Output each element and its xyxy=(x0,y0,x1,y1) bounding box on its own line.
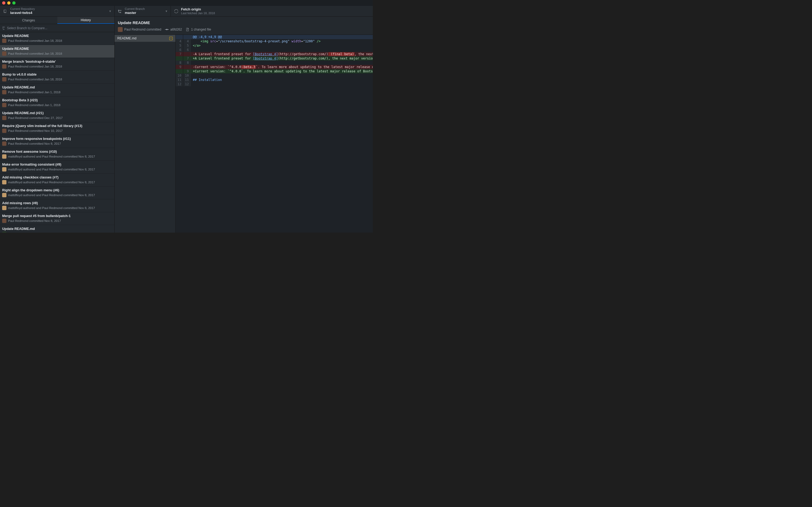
commit-subtitle: Paul Redmond committed Jan 18, 2018 xyxy=(2,77,112,81)
fetch-button[interactable]: Fetch origin Last fetched Jan 18, 2018 xyxy=(171,6,373,16)
avatar xyxy=(2,142,6,146)
commit-detail-title: Update README xyxy=(118,20,370,25)
commit-subtitle: Paul Redmond committed Jan 18, 2018 xyxy=(2,51,112,56)
commit-subtitle: Paul Redmond committed Jan 18, 2018 xyxy=(2,64,112,69)
commit-subtitle: mattdfloyd authored and Paul Redmond com… xyxy=(2,180,112,184)
commit-item[interactable]: Remove font awesome icons (#10)mattdfloy… xyxy=(0,148,114,161)
file-name: README.md xyxy=(117,37,136,40)
commit-item[interactable]: Improve form responsive breakpoints (#11… xyxy=(0,135,114,148)
commit-title: Right align the dropdown menu (#6) xyxy=(2,188,112,192)
commit-item[interactable]: Add missing rows (#8)mattdfloyd authored… xyxy=(0,200,114,212)
avatar xyxy=(2,77,6,81)
commit-subtitle: mattdfloyd authored and Paul Redmond com… xyxy=(2,193,112,197)
commit-subtitle: mattdfloyd authored and Paul Redmond com… xyxy=(2,206,112,210)
diff-line: 44 <img src="/screenshots/bootstrap-4-pr… xyxy=(176,39,373,43)
commit-subtitle: Paul Redmond committed Jan 1, 2018 xyxy=(2,90,112,94)
commit-item[interactable]: Right align the dropdown menu (#6)mattdf… xyxy=(0,186,114,200)
avatar xyxy=(2,154,6,159)
commit-title: Bootstrap Beta 3 (#23) xyxy=(2,98,112,102)
commit-title: Add missing rows (#8) xyxy=(2,201,112,205)
commit-subtitle: Paul Redmond committed Jan 18, 2018 xyxy=(2,39,112,43)
repo-value: laravel-twbs4 xyxy=(10,11,35,15)
tab-changes[interactable]: Changes xyxy=(0,17,57,24)
diff-line: 88 xyxy=(176,61,373,65)
commit-item[interactable]: Add missing checkbox classes (#7)mattdfl… xyxy=(0,174,114,186)
commit-subtitle: Paul Redmond committed Jan 1, 2018 xyxy=(2,103,112,107)
commit-item[interactable]: Require jQuery slim instead of the full … xyxy=(0,122,114,135)
commit-subtitle: Paul Redmond committed Nov 10, 2017 xyxy=(2,129,112,133)
commit-sha[interactable]: a6fd262 xyxy=(165,27,182,32)
avatar xyxy=(2,231,6,233)
diff-view[interactable]: @@ -4,9 +4,9 @@44 <img src="/screenshots… xyxy=(176,35,373,233)
commit-item[interactable]: Update README.mdPaul Redmond committed J… xyxy=(0,83,114,97)
diff-line: 1010 xyxy=(176,73,373,78)
diff-line: 66 xyxy=(176,48,373,52)
diff-line: 7-A Laravel frontend preset for [Bootstr… xyxy=(176,52,373,56)
commit-list[interactable]: Update READMEPaul Redmond committed Jan … xyxy=(0,32,114,233)
commit-title: Remove font awesome icons (#10) xyxy=(2,150,112,154)
commit-sha-text: a6fd262 xyxy=(170,27,182,32)
commit-title: Require jQuery slim instead of the full … xyxy=(2,124,112,128)
commit-author: Paul Redmond committed xyxy=(118,27,161,32)
commit-subtitle: Paul Redmond committed Nov 8, 2017 xyxy=(2,142,112,146)
diff-line: 55</a> xyxy=(176,43,373,48)
fetch-label: Fetch origin xyxy=(181,7,215,11)
commit-item[interactable]: Make error formatting consistent (#9)mat… xyxy=(0,161,114,174)
commit-title: Improve form responsive breakpoints (#11… xyxy=(2,137,112,141)
commit-title: Make error formatting consistent (#9) xyxy=(2,163,112,166)
commit-title: Update README.md xyxy=(2,227,112,231)
avatar xyxy=(2,39,6,43)
commit-subtitle: mattdfloyd authored and Paul Redmond com… xyxy=(2,154,112,159)
avatar xyxy=(2,180,6,184)
fetch-sub: Last fetched Jan 18, 2018 xyxy=(181,11,215,15)
sync-icon xyxy=(174,9,178,13)
close-window-icon[interactable] xyxy=(2,1,5,5)
avatar xyxy=(118,27,123,32)
diff-line: 7+A Laravel frontend preset for [Bootstr… xyxy=(176,56,373,61)
repo-dropdown[interactable]: Current Repository laravel-twbs4 ▾ xyxy=(0,6,115,16)
git-branch-icon xyxy=(2,26,5,30)
commit-item[interactable]: Update README.md (#21)Paul Redmond commi… xyxy=(0,109,114,122)
commit-item[interactable]: Update README.mdBrendan Bullen committed… xyxy=(0,225,114,233)
compare-branch-input[interactable]: Select Branch to Compare... xyxy=(0,24,114,32)
commit-subtitle: Paul Redmond committed Nov 8, 2017 xyxy=(2,219,112,223)
commit-item[interactable]: Update READMEPaul Redmond committed Jan … xyxy=(0,45,114,58)
avatar xyxy=(2,219,6,223)
avatar xyxy=(2,206,6,210)
commit-title: Update README.md xyxy=(2,86,112,89)
commit-item[interactable]: Merge pull request #5 from bullenb/patch… xyxy=(0,212,114,225)
diff-line: 1111## Installation xyxy=(176,78,373,82)
commit-detail-header: Update README Paul Redmond committed a6f… xyxy=(115,17,373,35)
compare-placeholder: Select Branch to Compare... xyxy=(7,26,47,30)
commit-title: Bump to v4.0.0 stable xyxy=(2,73,112,76)
tab-history[interactable]: History xyxy=(57,17,115,24)
diff-line: 1212 xyxy=(176,82,373,86)
changed-files-count: 1 changed file xyxy=(186,27,211,32)
git-commit-icon xyxy=(165,27,169,32)
diff-line: 9-Current version: `^4.0.0-beta.3`. To l… xyxy=(176,65,373,69)
chevron-down-icon: ▾ xyxy=(166,9,167,13)
maximize-window-icon[interactable] xyxy=(12,1,15,5)
commit-item[interactable]: Merge branch 'bootstrap-4-stable'Paul Re… xyxy=(0,58,114,71)
commit-item[interactable]: Update READMEPaul Redmond committed Jan … xyxy=(0,32,114,45)
commit-subtitle: Paul Redmond committed Dec 27, 2017 xyxy=(2,116,112,120)
file-diff-icon xyxy=(186,27,189,32)
commit-title: Update README.md (#21) xyxy=(2,111,112,115)
diff-line: @@ -4,9 +4,9 @@ xyxy=(176,35,373,39)
commit-title: Merge branch 'bootstrap-4-stable' xyxy=(2,60,112,63)
git-branch-icon xyxy=(118,9,122,13)
commit-item[interactable]: Bootstrap Beta 3 (#23)Paul Redmond commi… xyxy=(0,97,114,109)
minimize-window-icon[interactable] xyxy=(7,1,10,5)
branch-dropdown[interactable]: Current Branch master ▾ xyxy=(115,6,171,16)
branch-value: master xyxy=(125,11,145,15)
commit-subtitle: Brendan Bullen committed Nov 8, 2017 xyxy=(2,231,112,233)
changed-file-item[interactable]: README.md • xyxy=(115,35,175,42)
commit-title: Update README xyxy=(2,34,112,38)
avatar xyxy=(2,103,6,107)
diff-line: 9+Current version: `^4.0.0`. To learn mo… xyxy=(176,69,373,73)
commit-item[interactable]: Bump to v4.0.0 stablePaul Redmond commit… xyxy=(0,71,114,83)
repo-icon xyxy=(3,9,7,13)
avatar xyxy=(2,116,6,120)
toolbar: Current Repository laravel-twbs4 ▾ Curre… xyxy=(0,6,373,17)
sidebar-tabs: Changes History xyxy=(0,17,114,24)
